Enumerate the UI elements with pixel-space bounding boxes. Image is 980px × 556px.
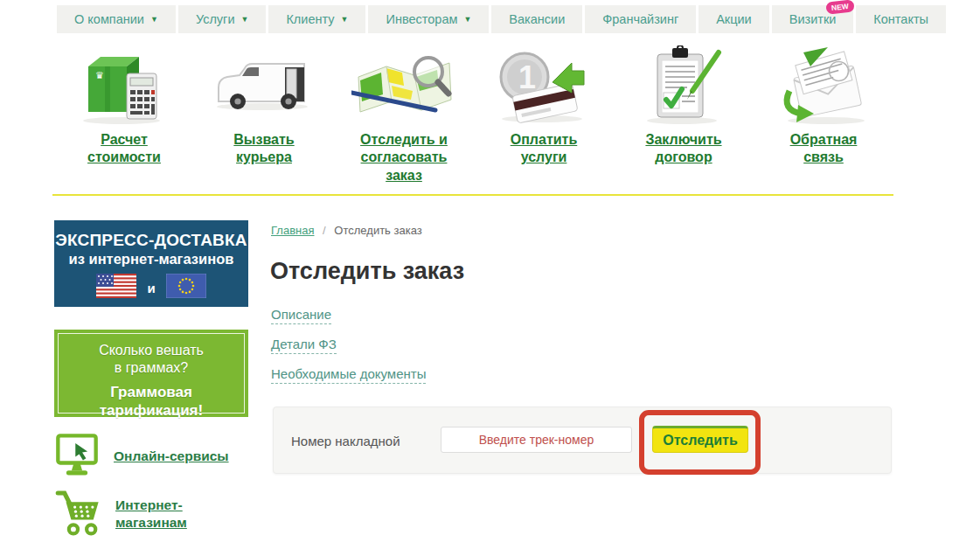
eu-flag-icon [166,274,206,302]
nav-item-company[interactable]: О компании ▼ [57,5,176,33]
toggle-required-documents[interactable]: Необходимые документы [271,366,426,384]
banner-line: Граммовая [59,384,244,402]
conjunction-text: и [147,281,155,295]
page: О компании ▼ Услуги ▼ Клиенту ▼ Инвестор… [0,0,980,556]
banner-line: ЭКСПРЕСС-ДОСТАВКА [54,231,248,250]
services-row: ♛ Расчет стоимости [54,44,893,184]
nav-label: Инвесторам [386,12,457,26]
online-services-link[interactable]: Онлайн-сервисы [114,448,229,464]
toggle-fz-details[interactable]: Детали ФЗ [271,337,337,354]
nav-item-contacts[interactable]: Контакты [856,5,946,33]
nav-label: О компании [74,12,144,26]
chevron-down-icon: ▼ [463,15,471,24]
nav-label: Услуги [196,12,235,26]
breadcrumb-home-link[interactable]: Главная [271,224,314,237]
breadcrumb-separator: / [323,224,326,237]
service-sign-contract[interactable]: Заключить договор [614,44,754,184]
nav-item-services[interactable]: Услуги ▼ [178,5,267,33]
map-magnifier-icon [334,44,474,126]
track-number-input[interactable] [441,427,632,453]
svg-text:♛: ♛ [95,70,104,80]
chevron-down-icon: ▼ [150,15,158,24]
nav-label: Контакты [873,12,928,26]
breadcrumb-current: Отследить заказ [334,224,421,237]
service-label[interactable]: Вызвать курьера [211,131,317,167]
nav-label: Вакансии [509,12,565,26]
service-label[interactable]: Расчет стоимости [71,131,177,167]
nav-item-client[interactable]: Клиенту ▼ [268,5,365,33]
clipboard-pen-icon [614,44,754,126]
service-label[interactable]: Заключить договор [630,131,737,167]
svg-text:1: 1 [518,59,536,95]
gram-tariff-banner[interactable]: Сколько вешать в граммах? Граммовая тари… [54,330,248,417]
yellow-divider [52,194,893,196]
courier-van-icon [194,44,334,126]
nav-label: Клиенту [286,12,334,26]
internet-shops-row: Интернет-магазинам [54,486,213,542]
service-cost-calculation[interactable]: ♛ Расчет стоимости [54,44,194,184]
service-feedback[interactable]: Обратная связь [754,44,893,184]
top-nav: О компании ▼ Услуги ▼ Клиенту ▼ Инвестор… [57,5,946,33]
usa-flag-icon [96,274,136,302]
shopping-cart-icon [54,486,101,542]
envelope-arrows-icon [754,44,893,126]
toggle-description[interactable]: Описание [271,307,331,324]
waybill-number-label: Номер накладной [291,434,400,448]
service-label[interactable]: Оплатить услуги [490,131,597,167]
monitor-cursor-icon [54,430,100,483]
toggle-links: Описание Детали ФЗ Необходимые документы [271,307,426,396]
service-call-courier[interactable]: Вызвать курьера [194,44,334,184]
coin-card-icon: 1 [474,44,614,126]
box-calculator-icon: ♛ [54,44,194,126]
internet-shops-link[interactable]: Интернет-магазинам [115,497,213,532]
banner-line: из интернет-магазинов [54,251,248,268]
service-label[interactable]: Отследить и согласовать заказ [351,131,457,184]
nav-label: Акции [716,12,752,26]
chevron-down-icon: ▼ [341,15,349,24]
nav-item-promotions[interactable]: Акции [699,5,769,33]
banner-line: в граммах? [59,359,244,377]
chevron-down-icon: ▼ [241,15,249,24]
service-label[interactable]: Обратная связь [770,131,877,167]
track-button[interactable]: Отследить [652,426,748,453]
banner-line: тарификация! [59,402,244,420]
nav-item-business-cards[interactable]: Визитки NEW [772,5,854,33]
online-services-row: Онлайн-сервисы [54,430,229,483]
tracking-form: Номер накладной Отследить [273,407,892,474]
express-delivery-banner[interactable]: ЭКСПРЕСС-ДОСТАВКА из интернет-магазинов [54,220,248,307]
new-badge: NEW [825,0,854,15]
nav-item-investors[interactable]: Инвесторам ▼ [368,5,489,33]
service-track-order[interactable]: Отследить и согласовать заказ [334,44,474,184]
nav-label: Визитки [789,12,837,26]
nav-label: Франчайзинг [602,12,678,26]
breadcrumb: Главная / Отследить заказ [271,224,422,237]
page-title: Отследить заказ [270,258,464,285]
service-pay-services[interactable]: 1 Оплатить услуги [474,44,614,184]
nav-item-franchising[interactable]: Франчайзинг [585,5,696,33]
nav-item-vacancies[interactable]: Вакансии [491,5,582,33]
banner-line: Сколько вешать [59,342,244,359]
